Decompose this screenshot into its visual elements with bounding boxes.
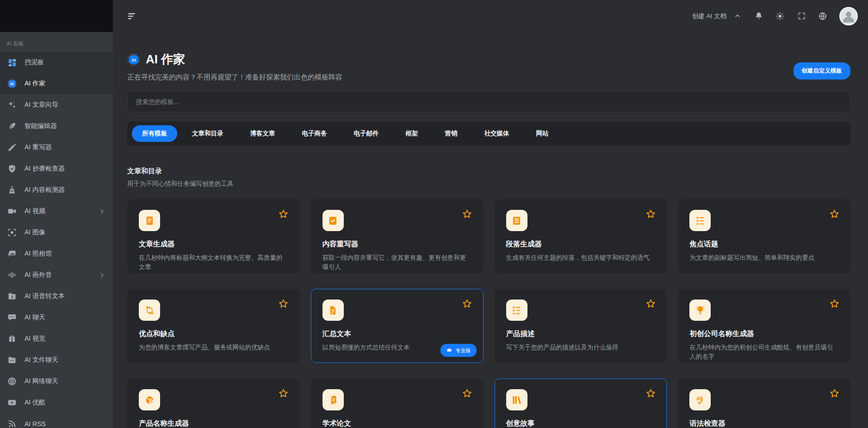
- favorite-star-icon[interactable]: [278, 388, 289, 399]
- favorite-star-icon[interactable]: [462, 299, 473, 310]
- pro-badge-label: 专业版: [456, 347, 471, 354]
- search-input[interactable]: [127, 91, 850, 112]
- waveform-icon: [7, 270, 17, 280]
- sidebar-item-15[interactable]: AI 文件聊天: [0, 349, 113, 371]
- folder-music-icon: [7, 291, 17, 301]
- favorite-star-icon[interactable]: [645, 299, 656, 310]
- template-card-12[interactable]: AB语法检查器确保您的内容中没有错误: [678, 379, 850, 428]
- sidebar-item-4[interactable]: 智能编辑器: [0, 116, 113, 137]
- sidebar-item-18[interactable]: AI RSS: [0, 413, 113, 428]
- card-title: 段落生成器: [506, 239, 656, 249]
- sidebar-item-11[interactable]: AI 画外音: [0, 264, 113, 286]
- ai-chip-icon: AI: [7, 79, 17, 89]
- sidebar-item-3[interactable]: AI 文章向导: [0, 94, 113, 116]
- sidebar-item-label: AI 聊天: [25, 313, 105, 322]
- favorite-star-icon[interactable]: [829, 299, 840, 310]
- sidebar-item-14[interactable]: AI 视觉: [0, 328, 113, 349]
- template-card-5[interactable]: 优点和缺点为您的博客文章撰写产品、服务或网站的优缺点: [127, 289, 300, 363]
- template-card-3[interactable]: 段落生成器生成有关任何主题的段落，包括关键字和特定的语气: [495, 199, 667, 273]
- sidebar-item-9[interactable]: AI 图像: [0, 222, 113, 243]
- template-card-2[interactable]: 内容重写器获取一段内容并重写它，使其更有趣、更有创意和更吸引人: [311, 199, 484, 273]
- rss-icon: [7, 419, 17, 428]
- favorite-star-icon[interactable]: [278, 209, 289, 220]
- create-ai-doc-dropdown[interactable]: 创建 AI 文档: [692, 12, 742, 21]
- folder-dots-icon: [7, 355, 17, 365]
- card-title: 汇总文本: [322, 329, 472, 339]
- create-ai-doc-label: 创建 AI 文档: [692, 12, 726, 20]
- favorite-star-icon[interactable]: [462, 209, 473, 220]
- tab-8[interactable]: 社交媒体: [472, 125, 521, 142]
- chevron-right-icon: [99, 272, 105, 279]
- sidebar-item-2[interactable]: AIAI 作家: [0, 73, 113, 94]
- checklist-icon: [689, 210, 711, 231]
- chat-icon: [7, 312, 17, 323]
- card-description: 写下关于您的产品的描述以及为什么值得: [506, 343, 656, 352]
- video-icon: [7, 206, 17, 216]
- template-card-7[interactable]: 产品描述写下关于您的产品的描述以及为什么值得: [495, 289, 667, 363]
- tab-1[interactable]: 所有模板: [132, 125, 177, 142]
- fullscreen-icon[interactable]: [797, 12, 806, 21]
- tab-4[interactable]: 电子商务: [290, 125, 339, 142]
- chevron-right-icon: [99, 208, 105, 215]
- favorite-star-icon[interactable]: [829, 209, 840, 220]
- document-icon: [139, 210, 160, 231]
- logo-area: [0, 0, 113, 32]
- card-title: 产品名称生成器: [139, 419, 288, 428]
- template-card-4[interactable]: 焦点话题为文章的副标题写出简短、简单和翔实的要点: [678, 199, 850, 273]
- sidebar-item-17[interactable]: AI 优酷: [0, 392, 113, 413]
- bell-icon[interactable]: [754, 12, 763, 21]
- menu-icon[interactable]: [127, 10, 139, 22]
- sidebar-item-label: AI 抄袭检查器: [25, 165, 105, 173]
- sidebar-item-7[interactable]: AI 内容检测器: [0, 179, 113, 201]
- globe-icon[interactable]: [818, 12, 827, 21]
- books-icon: [506, 389, 527, 410]
- section-subtitle: 用于为不同心情和任务编写创意的工具: [127, 180, 850, 188]
- template-card-1[interactable]: 文章生成器在几秒钟内将标题和大纲文本转换为完整、高质量的文章: [127, 199, 300, 273]
- card-title: 产品描述: [506, 329, 656, 339]
- sidebar-section-label: AI 面板: [0, 32, 113, 52]
- favorite-star-icon[interactable]: [645, 209, 656, 220]
- sidebar-item-10[interactable]: AI 照相馆: [0, 243, 113, 264]
- favorite-star-icon[interactable]: [278, 299, 289, 310]
- section-title: 文章和目录: [127, 167, 850, 176]
- sidebar-item-13[interactable]: AI 聊天: [0, 307, 113, 328]
- template-card-9[interactable]: 产品名称生成器根据示例词创建创意商品名称: [127, 379, 300, 428]
- sidebar-item-label: AI RSS: [25, 420, 105, 428]
- template-card-8[interactable]: 初创公司名称生成器在几秒钟内为您的初创公司生成酷炫、有创意且吸引人的名字: [678, 289, 850, 363]
- tab-7[interactable]: 营销: [433, 125, 470, 142]
- sidebar-item-12[interactable]: AI 语音转文本: [0, 286, 113, 307]
- sidebar-item-16[interactable]: AI 网络聊天: [0, 371, 113, 392]
- sun-icon[interactable]: [775, 12, 785, 21]
- user-avatar[interactable]: [839, 7, 858, 25]
- card-description: 为您的博客文章撰写产品、服务或网站的优缺点: [139, 343, 288, 352]
- sidebar-item-label: AI 网络聊天: [25, 377, 105, 385]
- template-card-6[interactable]: 汇总文本以简短易懂的方式总结任何文本专业版: [311, 289, 484, 363]
- paragraph-icon: [506, 210, 527, 231]
- template-card-10[interactable]: 学术论文只需一秒钟即可为各种主题创建创意学术论文: [311, 379, 484, 428]
- favorite-star-icon[interactable]: [829, 388, 840, 399]
- sidebar-item-label: AI 文件聊天: [25, 356, 105, 364]
- sidebar-item-label: AI 文章向导: [25, 101, 105, 109]
- app-window: 创建 AI 文档 AI 面板 挡泥板AIAI 作家AI 文: [0, 0, 868, 428]
- brain-icon: [7, 334, 17, 344]
- tab-6[interactable]: 框架: [394, 125, 430, 142]
- sidebar-item-1[interactable]: 挡泥板: [0, 52, 113, 73]
- page-subtitle: 正在寻找完美的内容？不用再观望了！准备好探索我们出色的模板阵容: [127, 73, 794, 82]
- tab-5[interactable]: 电子邮件: [342, 125, 391, 142]
- detector-icon: [7, 185, 17, 195]
- sidebar: AI 面板 挡泥板AIAI 作家AI 文章向导智能编辑器AI 重写器AI 抄袭检…: [0, 32, 113, 428]
- tab-2[interactable]: 文章和目录: [180, 125, 236, 142]
- sidebar-item-label: 挡泥板: [25, 58, 105, 67]
- sidebar-item-5[interactable]: AI 重写器: [0, 137, 113, 158]
- sidebar-item-6[interactable]: AI 抄袭检查器: [0, 158, 113, 179]
- template-card-11[interactable]: 创意故事允许 AI 根据输入文本为您生成创意故事: [495, 379, 667, 428]
- create-custom-template-button[interactable]: 创建自定义模板: [794, 62, 851, 79]
- favorite-star-icon[interactable]: [462, 388, 473, 399]
- tab-3[interactable]: 博客文章: [238, 125, 287, 142]
- tab-9[interactable]: 网站: [524, 125, 561, 142]
- favorite-star-icon[interactable]: [645, 388, 656, 399]
- section-header: 文章和目录 用于为不同心情和任务编写创意的工具: [127, 167, 850, 188]
- card-title: 文章生成器: [139, 239, 288, 249]
- grammar-check-icon: AB: [689, 389, 711, 410]
- sidebar-item-8[interactable]: AI 视频: [0, 201, 113, 222]
